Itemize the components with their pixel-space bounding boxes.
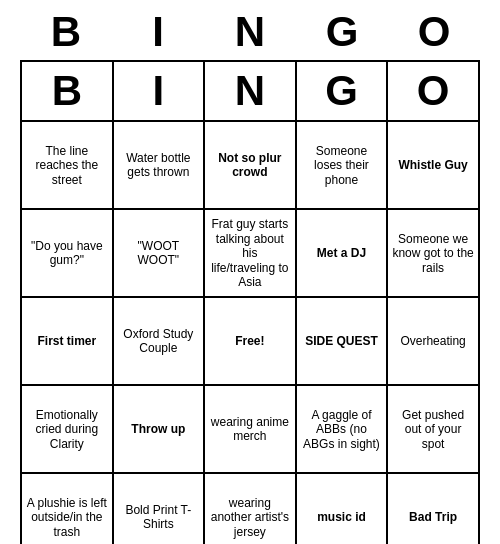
bingo-grid: BINGO The line reaches the streetWater b… [20,60,480,544]
title-letter: I [112,8,204,56]
title-letter: N [204,8,296,56]
bingo-letter: N [204,61,296,121]
bingo-letter: G [296,61,388,121]
bingo-cell: Bold Print T-Shirts [113,473,204,544]
bingo-cell: wearing another artist's jersey [204,473,296,544]
title-letter: G [296,8,388,56]
bingo-cell: Water bottle gets thrown [113,121,204,209]
bingo-cell: wearing anime merch [204,385,296,473]
bingo-cell: A plushie is left outside/in the trash [21,473,113,544]
bingo-cell: "Do you have gum?" [21,209,113,297]
bingo-cell: Someone we know got to the rails [387,209,479,297]
bingo-cell: Bad Trip [387,473,479,544]
title-letter: B [20,8,112,56]
title-letter: O [388,8,480,56]
bingo-cell: Frat guy starts talking about his life/t… [204,209,296,297]
bingo-cell: A gaggle of ABBs (no ABGs in sight) [296,385,388,473]
bingo-cell: First timer [21,297,113,385]
bingo-cell: Oxford Study Couple [113,297,204,385]
bingo-letter: B [21,61,113,121]
bingo-cell: Free! [204,297,296,385]
bingo-cell: Met a DJ [296,209,388,297]
bingo-cell: Emotionally cried during Clarity [21,385,113,473]
bingo-cell: The line reaches the street [21,121,113,209]
bingo-cell: Throw up [113,385,204,473]
bingo-cell: "WOOT WOOT" [113,209,204,297]
bingo-cell: Whistle Guy [387,121,479,209]
bingo-letter: O [387,61,479,121]
bingo-letter: I [113,61,204,121]
bingo-cell: Overheating [387,297,479,385]
bingo-title: BINGO [20,8,480,56]
bingo-cell: music id [296,473,388,544]
bingo-cell: SIDE QUEST [296,297,388,385]
bingo-cell: Not so plur crowd [204,121,296,209]
bingo-cell: Someone loses their phone [296,121,388,209]
bingo-cell: Get pushed out of your spot [387,385,479,473]
